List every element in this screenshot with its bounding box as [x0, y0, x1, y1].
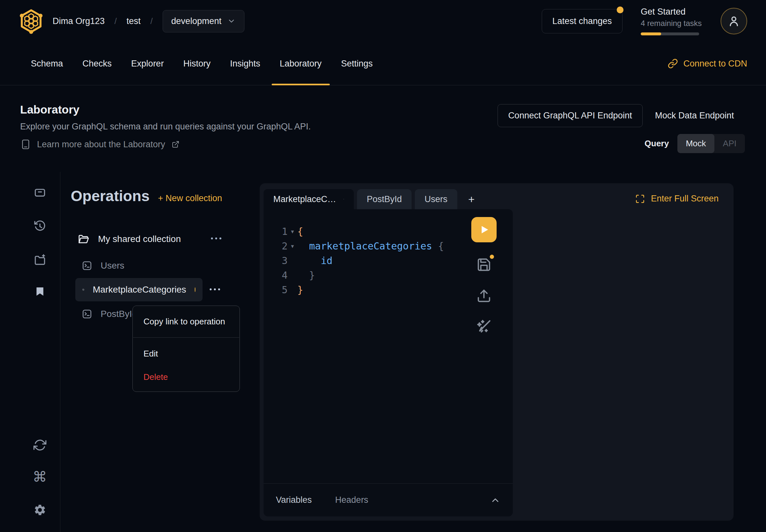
notification-dot	[617, 6, 624, 13]
get-started-widget[interactable]: Get Started 4 remaining tasks	[641, 7, 702, 35]
mock-data-endpoint-link[interactable]: Mock Data Endpoint	[655, 111, 734, 121]
context-menu-edit[interactable]: Edit	[133, 340, 239, 367]
breadcrumb-separator: /	[150, 16, 152, 26]
variant-dropdown[interactable]: development	[163, 10, 245, 32]
operation-name: MarketplaceCategories	[93, 284, 186, 295]
headers-tab[interactable]: Headers	[335, 495, 368, 505]
operation-row-users[interactable]: Users	[82, 257, 124, 274]
operations-title: Operations	[71, 187, 150, 205]
operation-row-postbyid[interactable]: PostById	[82, 305, 137, 323]
sparkle-wand-icon	[476, 319, 492, 334]
expand-icon	[635, 194, 645, 204]
query-mode-api[interactable]: API	[714, 134, 745, 153]
settings-gear-icon[interactable]	[33, 503, 46, 516]
user-avatar[interactable]	[721, 8, 747, 34]
link-icon	[668, 58, 678, 69]
nav-tab-checks[interactable]: Checks	[74, 42, 120, 85]
line-number: 4	[263, 270, 287, 281]
query-editor-surface: 1▾{2▾ marketplaceCategories {3 id4 }5}	[263, 209, 513, 516]
share-operation-button[interactable]	[477, 288, 492, 303]
operation-context-menu: Copy link to operation Edit Delete	[132, 306, 240, 392]
editor-tab[interactable]: Users	[415, 189, 457, 209]
chevron-down-icon	[227, 17, 236, 25]
variant-dropdown-value: development	[171, 16, 222, 26]
get-started-title: Get Started	[641, 7, 702, 17]
learn-more-label: Learn more about the Laboratory	[37, 139, 165, 150]
operation-name: PostById	[101, 309, 137, 319]
nav-tab-history[interactable]: History	[175, 42, 219, 85]
query-mode-mock[interactable]: Mock	[677, 134, 714, 153]
operation-row-selected[interactable]: MarketplaceCategories	[75, 278, 202, 301]
editor-actions	[471, 217, 497, 334]
page-description: Explore your GraphQL schema and run quer…	[20, 122, 310, 132]
operation-name: Users	[101, 260, 124, 271]
collection-row[interactable]: My shared collection	[78, 230, 181, 248]
chevron-up-icon[interactable]	[490, 495, 501, 505]
context-menu-copy-link[interactable]: Copy link to operation	[133, 306, 239, 337]
unsaved-changes-dot	[490, 255, 494, 259]
primary-nav-tabs: SchemaChecksExplorerHistoryInsightsLabor…	[23, 42, 384, 85]
saved-operations-bookmark-icon[interactable]	[34, 285, 46, 297]
nav-tab-laboratory[interactable]: Laboratory	[272, 42, 330, 85]
breadcrumb-org[interactable]: Dima Org123	[53, 16, 105, 26]
upload-icon	[477, 288, 492, 303]
nav-tab-insights[interactable]: Insights	[222, 42, 268, 85]
person-icon	[727, 15, 740, 28]
external-link-icon	[172, 140, 179, 148]
editor-tab-label: Users	[425, 194, 448, 204]
nav-tab-settings[interactable]: Settings	[333, 42, 381, 85]
documentation-panel-icon[interactable]	[34, 187, 46, 199]
editor-tab-active[interactable]: MarketplaceC…	[263, 189, 354, 209]
connect-graphql-endpoint-button[interactable]: Connect GraphQL API Endpoint	[498, 104, 643, 127]
fold-caret-icon[interactable]: ▾	[287, 228, 297, 235]
refresh-icon[interactable]	[33, 439, 46, 452]
variables-tab[interactable]: Variables	[276, 495, 312, 505]
nav-tab-explorer[interactable]: Explorer	[123, 42, 172, 85]
new-collection-button[interactable]: + New collection	[158, 193, 222, 203]
play-icon	[479, 224, 490, 235]
context-menu-divider	[133, 337, 239, 338]
save-icon	[477, 257, 492, 272]
editor-tab[interactable]: PostById	[357, 189, 412, 209]
editor-tab-label: MarketplaceC…	[273, 194, 336, 204]
new-folder-icon[interactable]	[34, 254, 46, 266]
operations-header: Operations + New collection	[71, 187, 222, 205]
close-tab-icon[interactable]	[343, 196, 344, 203]
context-menu-delete[interactable]: Delete	[133, 367, 239, 387]
page-title: Laboratory	[20, 103, 79, 116]
enter-fullscreen-button[interactable]: Enter Full Screen	[635, 194, 719, 204]
connect-to-cdn-link[interactable]: Connect to CDN	[668, 42, 747, 85]
header-right: Latest changes Get Started 4 remaining t…	[542, 7, 747, 35]
get-started-subtitle: 4 remaining tasks	[641, 19, 702, 28]
enter-fullscreen-label: Enter Full Screen	[651, 194, 719, 204]
fold-caret-icon[interactable]: ▾	[287, 243, 297, 249]
save-operation-button[interactable]	[477, 257, 492, 272]
code-text: }	[297, 284, 303, 296]
line-number: 1	[263, 226, 287, 237]
editor-tab-label: PostById	[367, 194, 402, 204]
line-number: 5	[263, 284, 287, 296]
run-query-button[interactable]	[471, 217, 497, 242]
book-icon	[21, 139, 30, 150]
operation-menu-button[interactable]	[210, 288, 220, 290]
left-icon-rail: ⌘	[19, 172, 60, 532]
line-number: 3	[263, 255, 287, 266]
latest-changes-button[interactable]: Latest changes	[542, 9, 623, 33]
collection-menu-button[interactable]	[211, 237, 221, 239]
breadcrumb: Dima Org123 / test / development	[53, 10, 244, 32]
primary-nav: SchemaChecksExplorerHistoryInsightsLabor…	[0, 42, 766, 85]
collection-name: My shared collection	[98, 234, 181, 244]
history-icon[interactable]	[34, 220, 46, 232]
breadcrumb-separator: /	[115, 16, 117, 26]
nav-tab-schema[interactable]: Schema	[23, 42, 71, 85]
latest-changes-label: Latest changes	[553, 16, 612, 26]
top-header: Dima Org123 / test / development Latest …	[0, 0, 766, 42]
new-tab-button[interactable]: +	[461, 193, 483, 206]
query-mode-toggle: Mock API	[677, 134, 745, 153]
keyboard-shortcuts-icon[interactable]: ⌘	[33, 470, 47, 484]
code-text: }	[297, 270, 315, 281]
prettify-query-button[interactable]	[476, 319, 492, 334]
breadcrumb-graph[interactable]: test	[127, 16, 141, 26]
apollo-graphos-logo-icon	[19, 8, 43, 34]
learn-more-link[interactable]: Learn more about the Laboratory	[21, 139, 179, 150]
